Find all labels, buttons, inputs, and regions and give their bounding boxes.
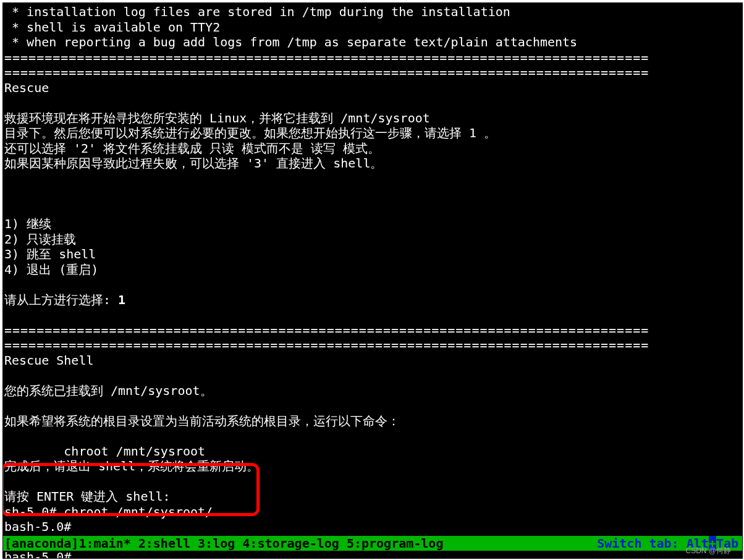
prompt-value: 1	[118, 292, 125, 307]
prompt-text: bash-5.0#	[4, 549, 78, 559]
prompt-label: 请从上方进行选择:	[4, 292, 118, 307]
blank	[3, 307, 742, 323]
status-left: [anaconda]1:main* 2:shell 3:log 4:storag…	[4, 536, 443, 551]
blank	[3, 368, 742, 383]
rescue-text: 如果因某种原因导致此过程失败，可以选择 '3' 直接进入 shell。	[3, 156, 742, 171]
intro-line: * shell is available on TTY2	[3, 20, 742, 35]
rescue-shell-title: Rescue Shell	[3, 353, 742, 368]
shell-text: 您的系统已挂载到 /mnt/sysroot。	[3, 383, 742, 399]
blank	[3, 398, 742, 414]
chroot-command: chroot /mnt/sysroot	[3, 444, 742, 459]
shell-prompt[interactable]: bash-5.0#	[3, 549, 742, 559]
rescue-title: Rescue	[3, 80, 742, 96]
shell-line: sh-5.0# chroot /mnt/sysroot/	[3, 504, 742, 520]
switch-tab-label: Switch tab:	[597, 536, 687, 551]
separator: ========================================…	[3, 50, 742, 66]
intro-line: * installation log files are stored in /…	[3, 4, 742, 20]
menu-option-1: 1) 继续	[3, 216, 742, 232]
shell-line: bash-5.0#	[3, 519, 742, 535]
menu-option-2: 2) 只读挂载	[3, 232, 742, 247]
csdn-watermark: CSDN @何静	[685, 543, 731, 559]
intro-line: * when reporting a bug add logs from /tm…	[3, 35, 742, 50]
blank	[3, 474, 742, 490]
menu-option-4: 4) 退出 (重启)	[3, 262, 742, 278]
blank	[3, 277, 742, 292]
enter-shell-prompt[interactable]: 请按 ENTER 键进入 shell:	[3, 489, 742, 504]
rescue-text: 还可以选择 '2' 将文件系统挂载成 只读 模式而不是 读写 模式。	[3, 141, 742, 156]
blank	[3, 95, 742, 111]
separator: ========================================…	[3, 337, 742, 353]
shell-text: 完成后，请退出 shell，系统将会重新启动。	[3, 459, 742, 474]
menu-option-3: 3) 跳至 shell	[3, 247, 742, 262]
separator: ========================================…	[3, 65, 742, 80]
menu-prompt[interactable]: 请从上方进行选择: 1	[3, 292, 742, 308]
rescue-text: 目录下。然后您便可以对系统进行必要的更改。如果您想开始执行这一步骤，请选择 1 …	[3, 125, 742, 141]
blank	[3, 428, 742, 444]
tmux-status-bar: [anaconda]1:main* 2:shell 3:log 4:storag…	[3, 536, 742, 551]
separator: ========================================…	[3, 323, 742, 338]
shell-text: 如果希望将系统的根目录设置为当前活动系统的根目录，运行以下命令：	[3, 414, 742, 429]
blank	[3, 171, 742, 187]
blank	[3, 186, 742, 202]
blank	[3, 202, 742, 217]
rescue-text: 救援环境现在将开始寻找您所安装的 Linux，并将它挂载到 /mnt/sysro…	[3, 111, 742, 126]
rescue-console[interactable]: * installation log files are stored in /…	[2, 2, 743, 559]
